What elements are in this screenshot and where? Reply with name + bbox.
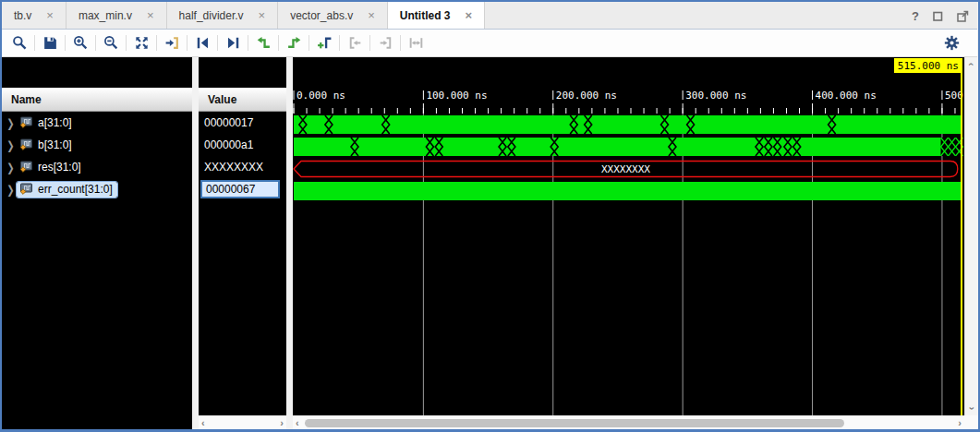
signal-row[interactable]: ❯b[31:0]: [2, 134, 192, 156]
tab-max-min-v[interactable]: max_min.v×: [67, 2, 167, 29]
scroll-up-icon[interactable]: ‹: [966, 63, 976, 66]
wave-row-res-31-0-[interactable]: XXXXXXXX: [293, 160, 964, 178]
next-marker-button: [374, 32, 396, 54]
value-column-header[interactable]: Value: [199, 88, 286, 112]
toolbar-separator: [248, 35, 248, 51]
toolbar-separator: [369, 35, 370, 51]
wave-vertical-scrollbar[interactable]: ‹ ‹: [964, 57, 978, 415]
signal-value-row[interactable]: 00000067: [199, 178, 286, 200]
maximize-icon[interactable]: [933, 11, 943, 21]
signal-name: res[31:0]: [38, 161, 81, 174]
expander-icon[interactable]: ❯: [5, 138, 17, 151]
toolbar-separator: [156, 35, 157, 51]
bus-signal-icon: [19, 116, 33, 129]
toolbar-separator: [339, 35, 340, 51]
tab-half-divider-v[interactable]: half_divider.v×: [167, 2, 279, 29]
expander-icon[interactable]: ❯: [5, 116, 17, 129]
find-button[interactable]: [8, 32, 30, 54]
tab-close-icon[interactable]: ×: [46, 9, 54, 21]
tab-label: Untitled 3: [400, 9, 451, 22]
tab-bar: tb.v×max_min.v×half_divider.v×vector_abs…: [2, 2, 977, 30]
toolbar-separator: [34, 35, 35, 51]
help-icon[interactable]: ?: [912, 9, 919, 23]
signal-name-box[interactable]: res[31:0]: [17, 160, 86, 175]
scrollbar-corner: [964, 415, 978, 429]
tab-close-icon[interactable]: ×: [147, 9, 154, 21]
signal-value-rows: 00000017000000a1XXXXXXXX00000067: [199, 112, 286, 200]
signal-name: a[31:0]: [38, 116, 72, 129]
wave-row-err_count-31-0-[interactable]: [293, 182, 964, 200]
tab-vector-abs-v[interactable]: vector_abs.v×: [278, 2, 388, 29]
tab-tb-v[interactable]: tb.v×: [2, 2, 67, 29]
time-ruler[interactable]: 0.000 ns100.000 ns200.000 ns300.000 ns40…: [293, 88, 964, 114]
tab-label: max_min.v: [79, 9, 132, 22]
previous-transition-button[interactable]: [252, 32, 274, 54]
ruler-tick-label: 200.000 ns: [556, 90, 617, 102]
bus-signal-icon: [19, 161, 33, 174]
wave-toolbar: [2, 30, 977, 57]
value-horizontal-scrollbar[interactable]: ‹ ›: [199, 415, 286, 429]
go-to-time-cursor-button[interactable]: [161, 32, 183, 54]
signal-value-row[interactable]: XXXXXXXX: [199, 156, 286, 178]
signal-row[interactable]: ❯res[31:0]: [2, 156, 192, 178]
waveform-panel[interactable]: 515.000 ns 0.000 ns100.000 ns200.000 ns3…: [293, 57, 964, 429]
toolbar-separator: [309, 35, 309, 51]
settings-button[interactable]: [940, 32, 962, 54]
signal-name-box[interactable]: b[31:0]: [17, 138, 77, 153]
signal-value-row[interactable]: 000000a1: [199, 134, 286, 156]
tab-untitled-3[interactable]: Untitled 3×: [388, 2, 485, 29]
signal-row[interactable]: ❯a[31:0]: [2, 112, 192, 134]
signal-name-box[interactable]: err_count[31:0]: [17, 182, 117, 198]
cursor-time-badge: 515.000 ns: [894, 58, 962, 73]
wave-row-a-31-0-[interactable]: [293, 115, 964, 134]
tab-close-icon[interactable]: ×: [259, 9, 266, 21]
tab-close-icon[interactable]: ×: [466, 9, 473, 21]
go-to-last-time-button[interactable]: [222, 32, 244, 54]
float-icon[interactable]: [957, 10, 969, 22]
toolbar-separator: [400, 35, 401, 51]
ruler-tick-label: 0.000 ns: [296, 90, 345, 102]
expander-icon[interactable]: ❯: [5, 183, 17, 196]
swap-cursors-button: [405, 32, 427, 54]
wave-row-b-31-0-[interactable]: [293, 138, 964, 156]
tab-label: tb.v: [14, 9, 31, 22]
zoom-out-button[interactable]: [100, 32, 122, 54]
save-button[interactable]: [39, 32, 61, 54]
undefined-bus-value: XXXXXXXX: [601, 163, 650, 175]
zoom-in-button[interactable]: [69, 32, 91, 54]
toolbar-separator: [126, 35, 127, 51]
tab-label: vector_abs.v: [290, 9, 353, 22]
name-column-header[interactable]: Name: [2, 88, 192, 112]
ruler-tick-label: 400.000 ns: [816, 90, 877, 102]
toolbar-separator: [217, 35, 218, 51]
tab-close-icon[interactable]: ×: [368, 9, 375, 21]
signal-row[interactable]: ❯err_count[31:0]: [2, 178, 192, 200]
scroll-down-icon[interactable]: ‹: [966, 407, 976, 411]
waveform-rows[interactable]: XXXXXXXX: [293, 114, 964, 415]
simulation-wave-window: tb.v×max_min.v×half_divider.v×vector_abs…: [0, 0, 980, 432]
bus-signal-icon: [19, 138, 33, 151]
zoom-fit-button[interactable]: [130, 32, 152, 54]
expander-icon[interactable]: ❯: [5, 161, 17, 174]
go-to-time-0-button[interactable]: [191, 32, 213, 54]
wave-horizontal-scrollbar[interactable]: ‹ ›: [293, 415, 964, 429]
signal-name-rows: ❯a[31:0]❯b[31:0]❯res[31:0]❯err_count[31:…: [2, 112, 192, 200]
previous-marker-button: [344, 32, 366, 54]
scroll-right-icon[interactable]: ›: [958, 418, 962, 428]
time-cursor-line[interactable]: [961, 73, 962, 415]
signal-value-panel: Value 00000017000000a1XXXXXXXX00000067 ‹…: [199, 57, 286, 429]
signal-value: XXXXXXXX: [204, 161, 263, 174]
scroll-right-icon[interactable]: ›: [280, 418, 284, 428]
add-marker-button[interactable]: [313, 32, 335, 54]
ruler-tick-label: 300.000 ns: [685, 90, 746, 102]
signal-value-row[interactable]: 00000017: [199, 112, 286, 134]
wave-scrollbar-thumb[interactable]: [305, 419, 844, 427]
scroll-left-icon[interactable]: ‹: [201, 418, 205, 428]
signal-name-box[interactable]: a[31:0]: [17, 115, 77, 131]
next-transition-button[interactable]: [283, 32, 305, 54]
scroll-left-icon[interactable]: ‹: [296, 418, 299, 428]
signal-name: b[31:0]: [38, 138, 72, 151]
toolbar-separator: [187, 35, 188, 51]
signal-name-panel: Name ❯a[31:0]❯b[31:0]❯res[31:0]❯err_coun…: [2, 57, 192, 429]
ruler-tick-label: 100.000 ns: [426, 90, 487, 102]
